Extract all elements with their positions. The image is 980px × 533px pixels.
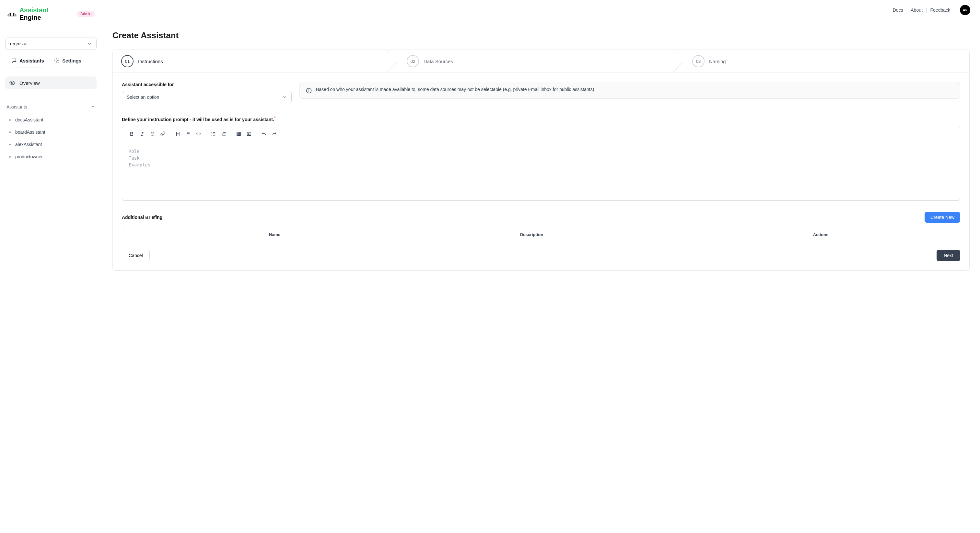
editor-body[interactable]: Role Task Examples <box>122 142 960 200</box>
briefing-label: Additional Briefing <box>122 215 162 220</box>
code-button[interactable] <box>194 130 203 139</box>
redo-button[interactable] <box>269 130 279 139</box>
assistants-list: docsAssistant boardAssistant alexAssista… <box>5 114 97 163</box>
logo-text-part2: Engine <box>19 14 41 21</box>
editor-toolbar: 123 <box>122 126 960 142</box>
logo: Assistant Engine Admin <box>5 5 97 25</box>
table-header: Name Description Actions <box>122 228 960 241</box>
link-icon <box>160 131 165 136</box>
org-selector[interactable]: reqms.ai <box>5 38 97 50</box>
redo-icon <box>272 131 277 136</box>
svg-text:2: 2 <box>222 133 223 135</box>
prompt-label-text: Define your instruction prompt - it will… <box>122 117 274 122</box>
docs-link[interactable]: Docs <box>889 8 907 13</box>
sidebar: Assistant Engine Admin reqms.ai Assistan… <box>0 0 102 533</box>
chevron-up-icon <box>91 105 95 109</box>
list-item-label: boardAssistant <box>15 130 45 135</box>
svg-point-7 <box>12 82 13 84</box>
list-item[interactable]: alexAssistant <box>5 139 97 150</box>
step-label: Instructions <box>138 59 163 64</box>
step-data-sources[interactable]: 02 Data Sources <box>398 50 684 73</box>
bullet-list-button[interactable] <box>208 130 218 139</box>
strikethrough-button[interactable] <box>148 130 157 139</box>
briefing-row: Additional Briefing Create New <box>122 212 960 223</box>
page-title: Create Assistant <box>113 30 970 40</box>
info-box: Based on who your assistant is made avai… <box>299 82 960 99</box>
list-item[interactable]: boardAssistant <box>5 126 97 138</box>
tab-settings-label: Settings <box>62 58 81 63</box>
heading-button[interactable] <box>173 130 183 139</box>
accessible-field-group: Assistant accessible for Select an optio… <box>122 82 292 103</box>
italic-button[interactable] <box>137 130 147 139</box>
step-number: 01 <box>121 55 134 67</box>
dot-icon <box>9 144 11 145</box>
bold-button[interactable] <box>127 130 137 139</box>
briefing-table: Name Description Actions <box>122 228 960 241</box>
table-button[interactable] <box>234 130 243 139</box>
sidebar-tabs: Assistants Settings <box>5 58 97 67</box>
table-header-blank <box>122 232 167 237</box>
undo-button[interactable] <box>259 130 269 139</box>
numbered-list-button[interactable]: 123 <box>219 130 229 139</box>
list-item-label: docsAssistant <box>15 117 43 122</box>
step-number: 03 <box>692 55 705 67</box>
required-indicator: * <box>274 116 276 120</box>
content: Create Assistant 01 Instructions 02 Data… <box>102 20 980 281</box>
panel: Assistant accessible for Select an optio… <box>113 73 970 271</box>
svg-point-15 <box>211 132 212 133</box>
assistants-section-header[interactable]: Assistants <box>5 102 97 111</box>
image-button[interactable] <box>244 130 254 139</box>
cancel-button[interactable]: Cancel <box>122 250 150 261</box>
tab-assistants-label: Assistants <box>19 58 44 63</box>
avatar[interactable]: AV <box>960 5 970 15</box>
quote-button[interactable] <box>183 130 193 139</box>
logo-text: Assistant Engine <box>19 6 71 21</box>
tab-assistants[interactable]: Assistants <box>11 58 44 67</box>
code-icon <box>196 131 201 136</box>
table-icon <box>236 131 242 136</box>
chevron-down-icon <box>282 95 287 99</box>
prompt-label: Define your instruction prompt - it will… <box>122 116 960 122</box>
sidebar-item-overview[interactable]: Overview <box>5 76 97 89</box>
link-button[interactable] <box>158 130 167 139</box>
editor-placeholder: Role Task Examples <box>129 148 953 168</box>
feedback-link[interactable]: Feedback <box>927 8 953 13</box>
table-header-actions: Actions <box>681 232 960 237</box>
bold-icon <box>129 131 135 136</box>
accessibility-row: Assistant accessible for Select an optio… <box>122 82 960 103</box>
list-item[interactable]: docsAssistant <box>5 114 97 125</box>
svg-text:1: 1 <box>222 132 223 133</box>
gear-icon <box>54 58 60 63</box>
assistants-section-label: Assistants <box>6 104 27 109</box>
accessible-select[interactable]: Select an option <box>122 91 292 103</box>
step-label: Naming <box>709 59 726 64</box>
info-text: Based on who your assistant is made avai… <box>316 87 594 92</box>
quote-icon <box>185 131 191 136</box>
list-item[interactable]: productowner <box>5 151 97 163</box>
step-number: 02 <box>407 55 419 67</box>
about-link[interactable]: About <box>907 8 926 13</box>
chat-icon <box>11 58 17 63</box>
undo-icon <box>261 131 267 136</box>
sidebar-item-overview-label: Overview <box>19 80 40 86</box>
create-new-button[interactable]: Create New <box>924 212 960 223</box>
stepper: 01 Instructions 02 Data Sources 03 Namin… <box>113 49 970 73</box>
eye-icon <box>9 80 16 86</box>
svg-rect-27 <box>237 132 240 136</box>
accessible-select-placeholder: Select an option <box>127 95 159 100</box>
svg-text:3: 3 <box>222 135 223 136</box>
table-header-name: Name <box>167 232 382 237</box>
step-label: Data Sources <box>423 59 453 64</box>
step-instructions[interactable]: 01 Instructions <box>113 50 398 73</box>
admin-badge: Admin <box>77 11 95 17</box>
strikethrough-icon <box>150 131 155 136</box>
tab-settings[interactable]: Settings <box>54 58 81 67</box>
chevron-down-icon <box>87 41 92 46</box>
info-icon <box>305 87 312 94</box>
prompt-editor: 123 Role Task Examples <box>122 126 960 201</box>
dot-icon <box>9 119 11 121</box>
step-naming[interactable]: 03 Naming <box>684 50 969 73</box>
step-arrow-icon <box>673 50 684 73</box>
step-arrow-icon <box>387 50 399 73</box>
next-button[interactable]: Next <box>937 250 960 261</box>
